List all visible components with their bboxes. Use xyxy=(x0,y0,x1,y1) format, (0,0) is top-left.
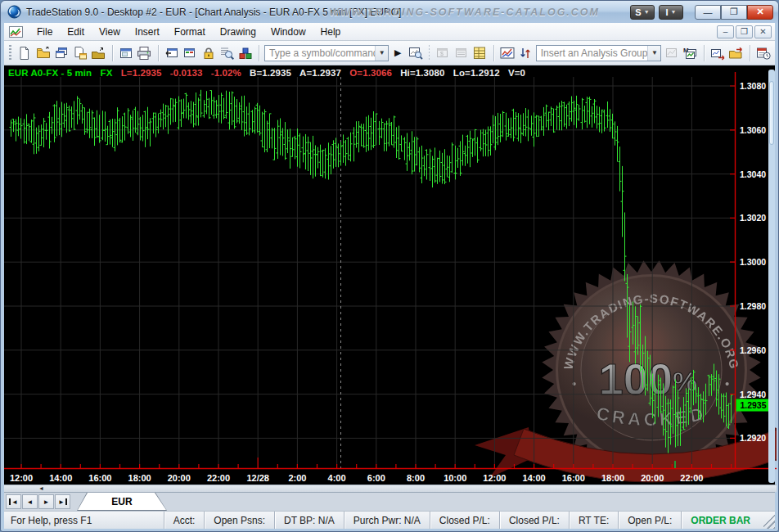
new-workspace-icon[interactable] xyxy=(16,43,34,62)
svg-text:$: $ xyxy=(440,51,444,56)
analysis-group-combobox[interactable]: Insert an Analysis Group ▼ xyxy=(536,45,662,61)
tab-eur[interactable]: EUR xyxy=(77,493,167,511)
next-tab-button[interactable]: ► xyxy=(38,494,54,509)
svg-text:12:00: 12:00 xyxy=(10,473,33,483)
svg-text:22:00: 22:00 xyxy=(207,473,230,483)
title-bar[interactable]: TradeStation 9.0 - Desktop #2 - EUR - [C… xyxy=(1,1,778,23)
workspace-tab-bar: ◄ ◄ ► ► EUR xyxy=(4,492,775,511)
market-depth-icon[interactable] xyxy=(471,43,489,62)
quote-header: EUR A0-FX - 5 min FX L=1.2935 -0.0133 -1… xyxy=(8,68,531,78)
status-fields: Acct:Open Psns:DT BP: N/APurch Pwr: N/AC… xyxy=(164,512,682,529)
chart-horizontal-scrollbar[interactable]: ◄ xyxy=(4,485,777,492)
first-tab-button[interactable]: ◄ xyxy=(6,494,21,509)
menu-view[interactable]: View xyxy=(92,25,128,39)
chart-window: EUR A0-FX - 5 min FX L=1.2935 -0.0133 -1… xyxy=(4,65,775,492)
page-setup-icon[interactable] xyxy=(117,43,134,62)
scrollbar-thumb[interactable] xyxy=(769,81,774,145)
lock-icon[interactable] xyxy=(200,43,218,62)
svg-text:6:00: 6:00 xyxy=(367,473,385,483)
svg-text:1.2935: 1.2935 xyxy=(740,400,766,410)
quote-symbol: EUR A0-FX - 5 min xyxy=(8,68,92,78)
svg-text:22:00: 22:00 xyxy=(680,473,703,483)
menu-window[interactable]: Window xyxy=(263,25,313,39)
quote-net-change: -0.0133 xyxy=(170,68,203,78)
menu-drawing[interactable]: Drawing xyxy=(213,25,263,39)
resize-grip[interactable] xyxy=(763,512,775,529)
svg-text:18:00: 18:00 xyxy=(601,473,624,483)
close-workspace-icon[interactable] xyxy=(90,43,107,62)
chart-window-icon xyxy=(9,26,23,38)
svg-text:1.3040: 1.3040 xyxy=(740,169,766,179)
symbol-lookup-icon[interactable] xyxy=(218,43,236,62)
chart-analysis-icon[interactable] xyxy=(499,43,516,62)
chevron-down-icon[interactable]: ▼ xyxy=(647,46,660,61)
menu-format[interactable]: Format xyxy=(167,25,213,39)
open-workspace-icon[interactable] xyxy=(34,43,52,62)
mdi-minimize-button[interactable]: – xyxy=(717,25,734,38)
chart-plot[interactable]: WWW.TRADING-SOFTWARE.ORG••100%CRACKED1.3… xyxy=(4,65,777,485)
symbol-combobox-placeholder: Type a symbol/command xyxy=(269,47,375,59)
svg-text:1.2980: 1.2980 xyxy=(740,301,766,311)
next-window-icon[interactable] xyxy=(182,43,199,62)
insert-study-icon-disabled xyxy=(663,43,680,62)
symbol-combobox[interactable]: Type a symbol/command ▼ xyxy=(264,45,389,61)
send-chart-icon[interactable] xyxy=(709,43,726,62)
status-field: Purch Pwr: N/A xyxy=(344,512,430,529)
svg-text:14:00: 14:00 xyxy=(523,473,546,483)
restore-button[interactable]: ❐ xyxy=(721,5,747,20)
mdi-restore-button[interactable]: ❐ xyxy=(736,25,753,38)
svg-text:12:00: 12:00 xyxy=(483,473,506,483)
menu-edit[interactable]: Edit xyxy=(60,25,92,39)
status-field: Closed P/L: xyxy=(499,512,569,529)
run-command-button[interactable]: ▶ xyxy=(390,47,405,58)
status-field: RT TE: xyxy=(569,512,618,529)
print-icon[interactable] xyxy=(136,43,153,62)
chevron-down-icon[interactable]: ▼ xyxy=(375,46,388,61)
status-field: Closed P/L: xyxy=(430,512,499,529)
svg-text:4:00: 4:00 xyxy=(328,473,346,483)
workspaces-cubes-icon[interactable] xyxy=(237,43,254,62)
tradestation-logo-icon xyxy=(7,5,21,19)
svg-text:2:00: 2:00 xyxy=(288,473,306,483)
tab-eur-label: EUR xyxy=(78,493,166,510)
quote-volume: V=0 xyxy=(508,68,525,78)
svg-text:20:00: 20:00 xyxy=(168,473,191,483)
svg-text:1.2940: 1.2940 xyxy=(740,390,766,399)
svg-text:1.3000: 1.3000 xyxy=(740,257,766,267)
save-desktop-icon[interactable] xyxy=(53,43,70,62)
menu-help[interactable]: Help xyxy=(313,25,349,39)
chart-lookup-icon[interactable] xyxy=(408,43,425,62)
format-study-icon-disabled xyxy=(453,43,471,62)
send-workspace-icon[interactable] xyxy=(727,43,745,62)
previous-window-icon[interactable] xyxy=(163,43,180,62)
main-toolbar: Type a symbol/command ▼ ▶ $ Insert an An… xyxy=(4,41,775,65)
chevron-down-icon: ▼ xyxy=(671,9,677,15)
svg-text:1.3060: 1.3060 xyxy=(740,125,766,135)
multi-chart-group-icon[interactable]: M xyxy=(682,43,699,62)
svg-text:1.2920: 1.2920 xyxy=(740,433,766,443)
previous-tab-button[interactable]: ◄ xyxy=(22,494,38,509)
svg-text:16:00: 16:00 xyxy=(562,473,585,483)
i-menu-button[interactable]: I▼ xyxy=(659,5,683,20)
status-field: Open P/L: xyxy=(618,512,681,529)
mdi-close-button[interactable]: ✕ xyxy=(754,25,772,38)
quote-ask: A=1.2937 xyxy=(299,68,341,78)
minimize-button[interactable]: — xyxy=(695,5,721,20)
session-calendar-icon[interactable] xyxy=(755,43,772,62)
save-page-icon[interactable] xyxy=(71,43,88,62)
last-tab-button[interactable]: ► xyxy=(55,494,70,509)
application-window: TradeStation 9.0 - Desktop #2 - EUR - [C… xyxy=(0,0,779,532)
s-menu-button[interactable]: S▼ xyxy=(630,5,655,20)
svg-text:1.3020: 1.3020 xyxy=(740,213,766,223)
sort-arrows-icon[interactable] xyxy=(517,43,534,62)
toolbar-grip[interactable] xyxy=(9,45,11,61)
status-field: Acct: xyxy=(164,512,205,529)
menu-file[interactable]: File xyxy=(29,25,60,39)
chart-vertical-scrollbar[interactable] xyxy=(768,70,775,483)
quote-low: Lo=1.2912 xyxy=(453,68,500,78)
menu-insert[interactable]: Insert xyxy=(128,25,167,39)
order-bar-button[interactable]: ORDER BAR xyxy=(681,512,763,529)
format-symbol-icon-disabled: $ xyxy=(435,43,452,62)
svg-text:12/28: 12/28 xyxy=(246,473,269,483)
close-button[interactable]: ✕ xyxy=(747,5,773,20)
